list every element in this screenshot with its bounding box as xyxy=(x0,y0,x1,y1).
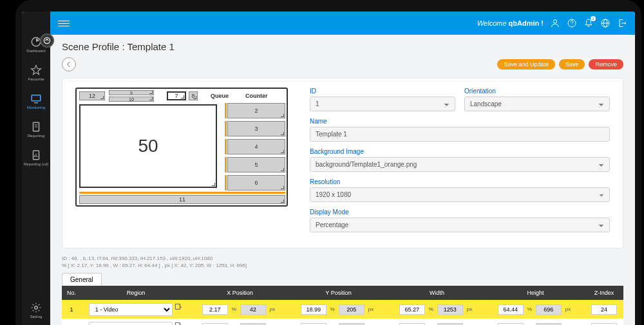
regions-table: No. Region X Position Y Position Width H… xyxy=(62,286,623,325)
nav-reporting-vd-label: Reporting (vd) xyxy=(24,162,48,166)
px-input[interactable] xyxy=(437,304,463,315)
th-no: No. xyxy=(62,286,81,300)
nav-favourite-label: Favourite xyxy=(28,77,44,81)
unit-pct: % xyxy=(328,306,337,312)
tab-general[interactable]: General xyxy=(62,273,102,286)
scene-preview: 12 9 10 7 8 Queue Counter 50 xyxy=(75,88,294,239)
queue-header: Queue xyxy=(211,93,229,99)
page-title: Scene Profile : Template 1 xyxy=(62,41,623,52)
region-counter-4[interactable]: 4 xyxy=(227,139,285,154)
logout-icon[interactable] xyxy=(617,18,627,28)
nav-reporting-vd[interactable]: Reporting (vd) xyxy=(24,149,48,166)
pct-input[interactable] xyxy=(202,304,228,315)
z-input[interactable] xyxy=(591,304,617,315)
notif-badge: 2 xyxy=(591,16,596,21)
user-icon[interactable] xyxy=(550,18,560,28)
id-label: ID xyxy=(310,88,455,95)
unit-px: px xyxy=(366,306,376,312)
cell-no: 1 xyxy=(62,300,81,319)
nav-monitoring[interactable]: Monitoring xyxy=(27,93,45,109)
nav-monitoring-label: Monitoring xyxy=(27,106,45,109)
table-row[interactable]: 11 - Video %px%px%px%px xyxy=(62,300,623,319)
pct-input[interactable] xyxy=(399,304,425,315)
bg-label: Background Image xyxy=(310,148,610,155)
welcome-text: Welcome qbAdmin ! xyxy=(477,19,544,27)
th-zindex: Z-Index xyxy=(585,286,623,300)
pct-input[interactable] xyxy=(498,304,524,315)
unit-pct: % xyxy=(525,306,535,312)
display-mode-select[interactable]: Percentage xyxy=(310,218,610,232)
form-panel: ID 1 Orientation Landscape Name xyxy=(310,88,610,239)
unit-px: px xyxy=(563,306,573,312)
globe-icon[interactable] xyxy=(600,18,611,28)
px-input[interactable] xyxy=(536,304,562,315)
counter-header: Counter xyxy=(245,93,268,99)
unit-pct: % xyxy=(229,306,239,312)
unit-pct: % xyxy=(426,306,436,312)
edit-icon[interactable] xyxy=(174,321,183,325)
region-select[interactable]: 15 - Queue0 Orange xyxy=(89,322,173,325)
orientation-select[interactable]: Landscape xyxy=(464,97,610,111)
cell-no: 2 xyxy=(62,319,81,325)
name-label: Name xyxy=(310,118,610,125)
px-input[interactable] xyxy=(339,304,365,315)
svg-rect-2 xyxy=(32,95,41,101)
region-counter-6[interactable]: 6 xyxy=(227,175,285,190)
remove-button[interactable]: Remove xyxy=(589,59,623,70)
region-10[interactable]: 10 xyxy=(109,97,154,102)
table-row[interactable]: 215 - Queue0 Orange %px%px%px%px xyxy=(62,319,623,325)
display-mode-label: Display Mode xyxy=(310,209,610,216)
pct-input[interactable] xyxy=(301,304,327,315)
topbar: Welcome qbAdmin ! 2 xyxy=(50,12,635,35)
debug-info: ID : 49. , IL:13, IT:64, IW:390.333, IH:… xyxy=(62,255,623,269)
region-counter-5[interactable]: 5 xyxy=(227,157,285,172)
id-select[interactable]: 1 xyxy=(310,97,455,111)
nav-reporting[interactable]: Reporting xyxy=(28,121,44,138)
th-ypos: Y Position xyxy=(289,286,388,300)
region-counter-3[interactable]: 3 xyxy=(227,121,285,136)
svg-point-5 xyxy=(35,306,38,310)
region-counter-2[interactable]: 2 xyxy=(227,103,285,118)
edit-icon[interactable] xyxy=(174,302,183,311)
th-height: Height xyxy=(486,286,585,300)
svg-point-6 xyxy=(553,20,556,23)
resolution-select[interactable]: 1920 x 1080 xyxy=(310,187,610,202)
preview-canvas[interactable]: 12 9 10 7 8 Queue Counter 50 xyxy=(75,88,288,207)
px-input[interactable] xyxy=(240,304,266,315)
th-width: Width xyxy=(388,286,486,300)
tablet-home-button[interactable] xyxy=(40,33,54,48)
region-8[interactable]: 8 xyxy=(189,91,198,100)
hamburger-icon[interactable] xyxy=(58,19,70,28)
back-button[interactable] xyxy=(62,57,76,71)
th-xpos: X Position xyxy=(191,286,289,300)
help-icon[interactable] xyxy=(567,18,577,28)
th-region: Region xyxy=(81,286,191,300)
region-select[interactable]: 1 - Video xyxy=(89,303,173,316)
resolution-label: Resolution xyxy=(310,178,610,185)
region-video[interactable]: 50 xyxy=(79,104,217,188)
save-button[interactable]: Save xyxy=(559,59,585,70)
left-nav: Dashboard Favourite Monitoring Reporting… xyxy=(22,12,50,325)
region-11[interactable]: 11 xyxy=(79,195,285,204)
nav-dashboard-label: Dashboard xyxy=(26,49,45,53)
region-7[interactable]: 7 xyxy=(167,91,186,100)
nav-setting[interactable]: Setting xyxy=(30,302,43,319)
region-9[interactable]: 9 xyxy=(109,90,154,95)
save-update-button[interactable]: Save and Update xyxy=(497,59,555,70)
unit-px: px xyxy=(464,306,475,312)
nav-setting-label: Setting xyxy=(30,315,43,319)
nav-reporting-label: Reporting xyxy=(28,134,44,138)
unit-px: px xyxy=(267,306,278,312)
orientation-label: Orientation xyxy=(464,88,610,95)
name-input[interactable] xyxy=(310,127,610,142)
bg-select[interactable]: background/Template1_orange.png xyxy=(310,157,610,172)
nav-favourite[interactable]: Favourite xyxy=(28,64,44,81)
bell-icon[interactable]: 2 xyxy=(583,18,594,28)
svg-point-0 xyxy=(44,37,50,43)
region-12[interactable]: 12 xyxy=(79,91,105,100)
